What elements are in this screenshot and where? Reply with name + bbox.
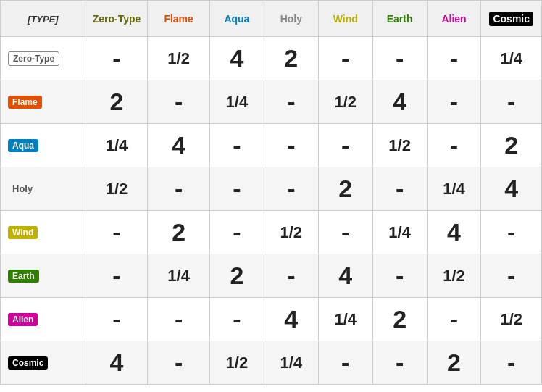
table-row: Zero-Type-1/242---1/4 (1, 37, 542, 80)
cell-value: 2 (264, 37, 318, 80)
header-zerotype: Zero-Type (86, 1, 148, 37)
cell-value: - (86, 298, 148, 341)
cell-value: - (481, 211, 542, 254)
cell-value: 1/2 (427, 254, 481, 298)
cell-value: 4 (372, 80, 427, 124)
cell-value: 2 (86, 80, 148, 124)
cell-value: 1/2 (481, 298, 542, 341)
cell-value: - (372, 167, 427, 211)
cell-value: - (318, 124, 372, 167)
cell-value: 2 (481, 124, 542, 167)
table-row: Aqua1/44---1/2-2 (1, 124, 542, 167)
cell-value: - (86, 211, 148, 254)
type-badge: Cosmic (8, 356, 48, 370)
cell-value: 1/4 (372, 211, 427, 254)
cell-value: 1/4 (264, 341, 318, 385)
cell-value: 1/2 (209, 341, 264, 385)
header-type: [TYPE] (1, 1, 86, 37)
row-type-label: Cosmic (1, 341, 86, 385)
type-badge: Alien (8, 313, 38, 326)
header-aqua: Aqua (209, 1, 264, 37)
cell-value: 1/4 (148, 254, 210, 298)
row-type-label: Alien (1, 298, 86, 341)
cell-value: - (427, 80, 481, 124)
row-type-label: Aqua (1, 124, 86, 167)
cell-value: - (86, 37, 148, 80)
cell-value: 1/2 (148, 37, 210, 80)
cell-value: - (264, 124, 318, 167)
cell-value: - (427, 298, 481, 341)
cell-value: - (209, 124, 264, 167)
cell-value: - (481, 341, 542, 385)
cell-value: - (264, 80, 318, 124)
row-type-label: Flame (1, 80, 86, 124)
cell-value: 4 (481, 167, 542, 211)
cell-value: - (209, 211, 264, 254)
cell-value: 1/4 (86, 124, 148, 167)
table-row: Flame2-1/4-1/24-- (1, 80, 542, 124)
cell-value: 4 (86, 341, 148, 385)
cell-value: - (372, 341, 427, 385)
header-earth: Earth (372, 1, 427, 37)
cell-value: - (318, 341, 372, 385)
type-badge: Wind (8, 226, 38, 239)
table-row: Cosmic4-1/21/4--2- (1, 341, 542, 385)
cell-value: 2 (427, 341, 481, 385)
header-wind: Wind (318, 1, 372, 37)
cell-value: - (148, 80, 210, 124)
cell-value: - (148, 298, 210, 341)
cell-value: 4 (264, 298, 318, 341)
cell-value: 1/2 (264, 211, 318, 254)
header-holy: Holy (264, 1, 318, 37)
cell-value: - (148, 341, 210, 385)
type-badge: Earth (8, 270, 39, 283)
type-badge: Flame (8, 96, 42, 109)
type-badge: Zero-Type (8, 51, 59, 66)
cell-value: 1/4 (209, 80, 264, 124)
type-badge: Aqua (8, 139, 38, 152)
cell-value: 4 (209, 37, 264, 80)
cell-value: - (318, 211, 372, 254)
header-row: [TYPE] Zero-Type Flame Aqua Holy Wind Ea… (1, 1, 542, 37)
type-badge: Holy (8, 182, 37, 196)
cell-value: - (427, 37, 481, 80)
cell-value: - (209, 167, 264, 211)
cell-value: 1/4 (427, 167, 481, 211)
row-type-label: Holy (1, 167, 86, 211)
cell-value: 1/2 (86, 167, 148, 211)
cell-value: 2 (318, 167, 372, 211)
cell-value: - (264, 254, 318, 298)
cell-value: 4 (427, 211, 481, 254)
cell-value: - (372, 254, 427, 298)
table-row: Wind-2-1/2-1/44- (1, 211, 542, 254)
cell-value: - (481, 254, 542, 298)
header-alien: Alien (427, 1, 481, 37)
row-type-label: Wind (1, 211, 86, 254)
cell-value: 2 (148, 211, 210, 254)
cell-value: - (427, 124, 481, 167)
cell-value: 1/2 (318, 80, 372, 124)
row-type-label: Zero-Type (1, 37, 86, 80)
header-cosmic: Cosmic (481, 1, 542, 37)
table-row: Earth-1/42-4-1/2- (1, 254, 542, 298)
cell-value: - (318, 37, 372, 80)
cell-value: - (372, 37, 427, 80)
cell-value: 1/2 (372, 124, 427, 167)
cell-value: - (148, 167, 210, 211)
cell-value: 2 (209, 254, 264, 298)
table-row: Alien---41/42-1/2 (1, 298, 542, 341)
type-chart: [TYPE] Zero-Type Flame Aqua Holy Wind Ea… (0, 0, 542, 385)
cell-value: - (209, 298, 264, 341)
row-type-label: Earth (1, 254, 86, 298)
cell-value: 4 (318, 254, 372, 298)
header-flame: Flame (148, 1, 210, 37)
cell-value: - (86, 254, 148, 298)
cell-value: - (264, 167, 318, 211)
cell-value: 1/4 (318, 298, 372, 341)
cell-value: 4 (148, 124, 210, 167)
table-row: Holy1/2---2-1/44 (1, 167, 542, 211)
cell-value: - (481, 80, 542, 124)
cell-value: 2 (372, 298, 427, 341)
cell-value: 1/4 (481, 37, 542, 80)
